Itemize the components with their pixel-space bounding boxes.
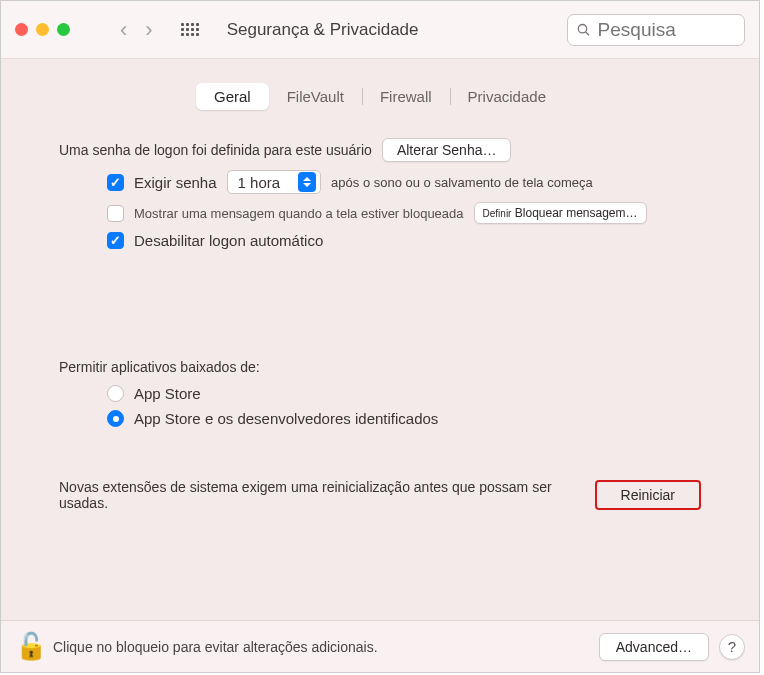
lock-hint-text: Clique no bloqueio para evitar alteraçõe… [53, 639, 378, 655]
window-controls [15, 23, 70, 36]
change-password-button[interactable]: Alterar Senha… [382, 138, 512, 162]
zoom-window-button[interactable] [57, 23, 70, 36]
tab-general[interactable]: Geral [196, 83, 269, 110]
lock-icon[interactable]: 🔓 [15, 631, 43, 662]
window-title: Segurança & Privacidade [227, 20, 419, 40]
extensions-restart-text: Novas extensões de sistema exigem uma re… [59, 479, 585, 511]
tab-filevault[interactable]: FileVault [269, 83, 362, 110]
require-password-label: Exigir senha [134, 174, 217, 191]
radio-appstore-label: App Store [134, 385, 201, 402]
preferences-window: ‹ › Segurança & Privacidade Geral FileVa… [0, 0, 760, 673]
search-field[interactable] [567, 14, 745, 46]
close-window-button[interactable] [15, 23, 28, 36]
footer-bar: 🔓 Clique no bloqueio para evitar alteraç… [1, 620, 759, 672]
require-password-delay-value: 1 hora [238, 174, 281, 191]
require-password-suffix: após o sono ou o salvamento de tela come… [331, 175, 593, 190]
allow-downloads-header: Permitir aplicativos baixados de: [59, 359, 260, 375]
show-lock-message-label: Mostrar uma mensagem quando a tela estiv… [134, 206, 464, 221]
restart-button[interactable]: Reiniciar [595, 480, 701, 510]
toolbar: ‹ › Segurança & Privacidade [1, 1, 759, 59]
disable-autologin-label: Desabilitar logon automático [134, 232, 323, 249]
search-icon [576, 21, 592, 39]
back-button[interactable]: ‹ [120, 17, 127, 43]
general-panel: Uma senha de logon foi definida para est… [1, 110, 759, 620]
minimize-window-button[interactable] [36, 23, 49, 36]
search-input[interactable] [598, 19, 736, 41]
require-password-delay-select[interactable]: 1 hora [227, 170, 322, 194]
forward-button[interactable]: › [145, 17, 152, 43]
radio-appstore[interactable] [107, 385, 124, 402]
show-all-icon[interactable] [181, 23, 199, 36]
set-lock-message-text: Bloquear mensagem… [515, 206, 638, 220]
set-lock-message-prefix: Definir [483, 208, 512, 219]
radio-appstore-identified[interactable] [107, 410, 124, 427]
updown-arrows-icon [298, 172, 316, 192]
advanced-button[interactable]: Advanced… [599, 633, 709, 661]
tab-firewall[interactable]: Firewall [362, 83, 450, 110]
show-lock-message-checkbox[interactable] [107, 205, 124, 222]
svg-line-1 [586, 31, 589, 34]
set-lock-message-button[interactable]: Definir Bloquear mensagem… [474, 202, 647, 224]
disable-autologin-checkbox[interactable] [107, 232, 124, 249]
nav-arrows: ‹ › [120, 17, 153, 43]
require-password-checkbox[interactable] [107, 174, 124, 191]
help-button[interactable]: ? [719, 634, 745, 660]
content-area: Geral FileVault Firewall Privacidade Uma… [1, 59, 759, 672]
password-set-label: Uma senha de logon foi definida para est… [59, 142, 372, 158]
radio-appstore-identified-label: App Store e os desenvolvedores identific… [134, 410, 438, 427]
tab-bar: Geral FileVault Firewall Privacidade [1, 83, 759, 110]
tab-privacy[interactable]: Privacidade [450, 83, 564, 110]
svg-point-0 [578, 24, 586, 32]
